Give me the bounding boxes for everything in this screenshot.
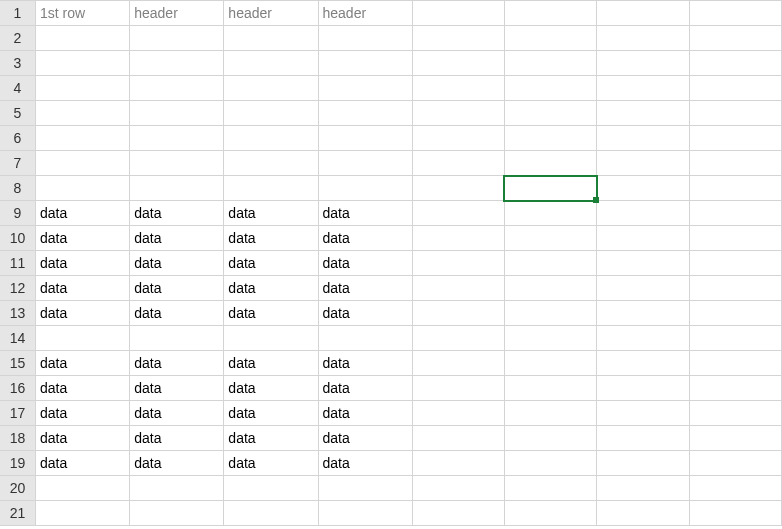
- cell[interactable]: data: [318, 226, 412, 251]
- row-header[interactable]: 3: [0, 51, 35, 76]
- cell[interactable]: data: [35, 201, 129, 226]
- row-header[interactable]: 7: [0, 151, 35, 176]
- cell[interactable]: [130, 101, 224, 126]
- cell[interactable]: data: [224, 301, 318, 326]
- cell[interactable]: [597, 251, 689, 276]
- cell[interactable]: header: [130, 1, 224, 26]
- cell[interactable]: [224, 476, 318, 501]
- cell[interactable]: [689, 426, 781, 451]
- cell[interactable]: [412, 226, 504, 251]
- cell[interactable]: data: [130, 251, 224, 276]
- cell[interactable]: [689, 351, 781, 376]
- cell[interactable]: [412, 276, 504, 301]
- cell[interactable]: [597, 401, 689, 426]
- cell[interactable]: header: [318, 1, 412, 26]
- cell[interactable]: [412, 1, 504, 26]
- cell[interactable]: data: [318, 251, 412, 276]
- cell[interactable]: [689, 326, 781, 351]
- cell[interactable]: header: [224, 1, 318, 26]
- cell[interactable]: data: [224, 451, 318, 476]
- cell[interactable]: [689, 51, 781, 76]
- cell[interactable]: data: [130, 201, 224, 226]
- cell[interactable]: [412, 301, 504, 326]
- cell[interactable]: [318, 26, 412, 51]
- row-header[interactable]: 18: [0, 426, 35, 451]
- cell[interactable]: [35, 26, 129, 51]
- cell[interactable]: data: [318, 426, 412, 451]
- cell[interactable]: [412, 176, 504, 201]
- cell[interactable]: 1st row: [35, 1, 129, 26]
- cell[interactable]: [597, 351, 689, 376]
- row-header[interactable]: 13: [0, 301, 35, 326]
- cell[interactable]: [504, 51, 596, 76]
- cell[interactable]: [412, 26, 504, 51]
- cell[interactable]: [412, 251, 504, 276]
- cell[interactable]: [689, 151, 781, 176]
- row-header[interactable]: 9: [0, 201, 35, 226]
- cell[interactable]: data: [318, 276, 412, 301]
- cell[interactable]: [224, 326, 318, 351]
- cell[interactable]: data: [130, 226, 224, 251]
- cell[interactable]: [504, 351, 596, 376]
- cell[interactable]: [130, 476, 224, 501]
- cell[interactable]: data: [130, 351, 224, 376]
- cell[interactable]: [597, 476, 689, 501]
- row-header[interactable]: 16: [0, 376, 35, 401]
- row-header[interactable]: 15: [0, 351, 35, 376]
- cell[interactable]: data: [35, 276, 129, 301]
- cell[interactable]: [504, 301, 596, 326]
- cell[interactable]: [689, 276, 781, 301]
- cell[interactable]: [504, 26, 596, 51]
- row-header[interactable]: 17: [0, 401, 35, 426]
- cell[interactable]: [597, 151, 689, 176]
- cell[interactable]: [224, 51, 318, 76]
- cell[interactable]: data: [35, 351, 129, 376]
- cell[interactable]: data: [224, 401, 318, 426]
- cell[interactable]: data: [35, 226, 129, 251]
- cell[interactable]: [504, 201, 596, 226]
- cell[interactable]: [412, 151, 504, 176]
- cell[interactable]: data: [35, 301, 129, 326]
- row-header[interactable]: 8: [0, 176, 35, 201]
- cell[interactable]: data: [35, 401, 129, 426]
- cell[interactable]: [35, 326, 129, 351]
- cell[interactable]: data: [130, 451, 224, 476]
- row-header[interactable]: 21: [0, 501, 35, 526]
- cell[interactable]: [130, 51, 224, 76]
- cell[interactable]: data: [318, 351, 412, 376]
- cell[interactable]: [504, 176, 596, 201]
- cell[interactable]: [504, 376, 596, 401]
- cell[interactable]: [130, 151, 224, 176]
- cell[interactable]: [412, 76, 504, 101]
- cell[interactable]: [412, 426, 504, 451]
- cell[interactable]: [597, 176, 689, 201]
- row-header[interactable]: 12: [0, 276, 35, 301]
- cell[interactable]: [504, 501, 596, 526]
- cell[interactable]: data: [224, 201, 318, 226]
- cell[interactable]: [412, 51, 504, 76]
- cell[interactable]: [35, 151, 129, 176]
- cell[interactable]: [35, 51, 129, 76]
- cell[interactable]: [597, 1, 689, 26]
- cell[interactable]: data: [130, 301, 224, 326]
- row-header[interactable]: 20: [0, 476, 35, 501]
- row-header[interactable]: 10: [0, 226, 35, 251]
- cell[interactable]: [130, 501, 224, 526]
- cell[interactable]: [689, 101, 781, 126]
- cell[interactable]: [412, 376, 504, 401]
- cell[interactable]: [689, 26, 781, 51]
- cell[interactable]: [597, 226, 689, 251]
- cell[interactable]: [597, 276, 689, 301]
- cell[interactable]: [689, 201, 781, 226]
- cell[interactable]: [689, 476, 781, 501]
- cell[interactable]: [504, 401, 596, 426]
- cell[interactable]: [130, 76, 224, 101]
- cell[interactable]: [504, 251, 596, 276]
- cell[interactable]: [130, 126, 224, 151]
- cell[interactable]: [689, 226, 781, 251]
- cell[interactable]: [318, 76, 412, 101]
- cell[interactable]: [318, 326, 412, 351]
- row-header[interactable]: 4: [0, 76, 35, 101]
- cell[interactable]: [597, 101, 689, 126]
- cell[interactable]: [412, 101, 504, 126]
